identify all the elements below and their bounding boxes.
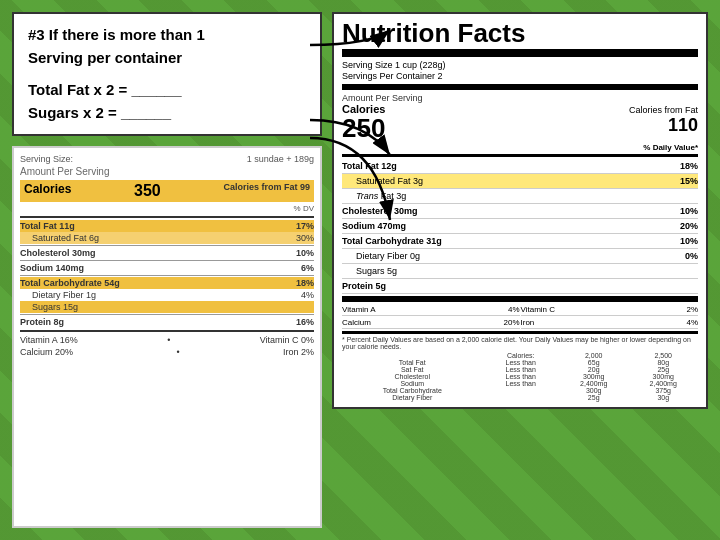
- nf-vit-c: Vitamin C 2%: [521, 304, 699, 316]
- instruction-line4: Total Fat x 2 = ______: [28, 79, 306, 102]
- main-container: #3 If there is more than 1 Serving per c…: [0, 0, 720, 540]
- nf-row-trans-fat: Trans Fat 3g: [342, 189, 698, 204]
- nf-dv-header: % Daily Value*: [342, 143, 698, 152]
- nf-row-protein: Protein 5g: [342, 279, 698, 294]
- nf-vit-a: Vitamin A 4%: [342, 304, 520, 316]
- nf-footnote: * Percent Daily Values are based on a 2,…: [342, 331, 698, 401]
- nutrition-label-right: Nutrition Facts Serving Size 1 cup (228g…: [332, 12, 708, 409]
- nf-protein-separator: [342, 296, 698, 302]
- calories-row-left: Calories 350 Calories from Fat 99: [20, 180, 314, 202]
- nl-row-protein: Protein 8g 16%: [20, 316, 314, 328]
- nl-row-dietary-fiber: Dietary Fiber 1g 4%: [20, 289, 314, 301]
- calories-label-left: Calories: [24, 182, 71, 200]
- right-column: Nutrition Facts Serving Size 1 cup (228g…: [332, 12, 708, 528]
- nf-cal-fat-value: 110: [629, 115, 698, 136]
- instruction-textbox: #3 If there is more than 1 Serving per c…: [12, 12, 322, 136]
- nl-row-total-carb: Total Carbohydrate 54g 18%: [20, 277, 314, 289]
- nf-title-main: Nutrition Facts: [342, 20, 698, 46]
- left-column: #3 If there is more than 1 Serving per c…: [12, 12, 322, 528]
- nf-row-cholesterol: Cholesterol 30mg 10%: [342, 204, 698, 219]
- nutrition-label-left: Serving Size: 1 sundae + 189g Amount Per…: [12, 146, 322, 528]
- nf-vitamins-grid: Vitamin A 4% Vitamin C 2% Calcium 20% Ir…: [342, 304, 698, 329]
- instruction-line1: #3 If there is more than 1: [28, 24, 306, 47]
- nf-calories-value: 250: [342, 115, 385, 141]
- dv-header-left: % DV: [20, 204, 314, 213]
- nl-row-sodium: Sodium 140mg 6%: [20, 262, 314, 274]
- nf-row-sodium: Sodium 470mg 20%: [342, 219, 698, 234]
- nl-row-sat-fat: Saturated Fat 6g 30%: [20, 232, 314, 244]
- serving-size-value-left: 1 sundae + 189g: [247, 154, 314, 164]
- nf-cal-fat-label: Calories from Fat: [629, 105, 698, 115]
- nf-calcium: Calcium 20%: [342, 317, 520, 329]
- nf-row-dietary-fiber: Dietary Fiber 0g 0%: [342, 249, 698, 264]
- nf-title: Nutrition Facts: [342, 20, 698, 57]
- nf-footnote-text: * Percent Daily Values are based on a 2,…: [342, 336, 698, 350]
- amount-per-serving-left: Amount Per Serving: [20, 166, 314, 177]
- nf-calories-section: Calories 250 Calories from Fat 110: [342, 103, 698, 141]
- cal-fat-label-left: Calories from Fat 99: [223, 182, 310, 200]
- nl-row-cholesterol: Cholesterol 30mg 10%: [20, 247, 314, 259]
- nl-row-sugars: Sugars 15g: [20, 301, 314, 313]
- instruction-line2: Serving per container: [28, 47, 306, 70]
- nf-row-sat-fat: Saturated Fat 3g 15%: [342, 174, 698, 189]
- nl-row-total-fat: Total Fat 11g 17%: [20, 220, 314, 232]
- nf-servings-per-container: Servings Per Container 2: [342, 71, 698, 81]
- nf-row-total-fat: Total Fat 12g 18%: [342, 159, 698, 174]
- nf-row-total-carb: Total Carbohydrate 31g 10%: [342, 234, 698, 249]
- divider-left: [20, 216, 314, 218]
- nf-iron: Iron 4%: [521, 317, 699, 329]
- calories-value-left: 350: [134, 182, 161, 200]
- nf-row-sugars: Sugars 5g: [342, 264, 698, 279]
- nl-vitamins-row2: Calcium 20% • Iron 2%: [20, 346, 314, 358]
- nl-vitamins-row1: Vitamin A 16% • Vitamin C 0%: [20, 334, 314, 346]
- serving-size-label-left: Serving Size:: [20, 154, 73, 164]
- serving-row-left: Serving Size: 1 sundae + 189g: [20, 154, 314, 164]
- nf-serving-size: Serving Size 1 cup (228g): [342, 60, 698, 70]
- nf-amount-per-serving: Amount Per Serving: [342, 93, 698, 103]
- instruction-line5: Sugars x 2 = ______: [28, 102, 306, 125]
- nf-footnote-table: Calories: 2,000 2,500 Total Fat Less tha…: [342, 352, 698, 401]
